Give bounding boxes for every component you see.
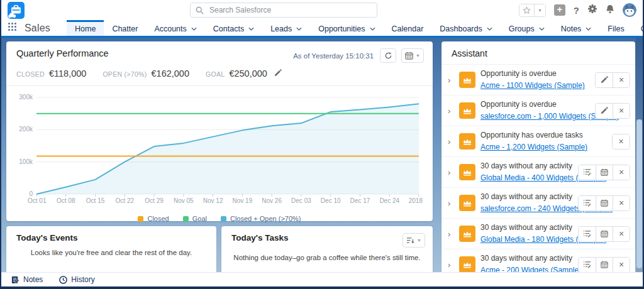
events-card-title: Today's Events xyxy=(16,233,78,243)
tab-accounts[interactable]: Accounts xyxy=(146,20,204,36)
setup-gear-icon[interactable] xyxy=(587,4,597,16)
dismiss-button[interactable]: × xyxy=(613,258,630,272)
notes-icon xyxy=(11,276,19,284)
edit-pencil-icon xyxy=(601,107,608,114)
dismiss-x-icon: × xyxy=(619,260,624,269)
new-task-button[interactable] xyxy=(579,165,596,180)
favorite-star-icon[interactable] xyxy=(519,4,534,16)
favorites-dropdown[interactable]: ▼ xyxy=(534,4,545,16)
assistant-item-actions: × xyxy=(578,165,630,180)
new-event-button[interactable] xyxy=(596,258,613,272)
tab-label: Files xyxy=(608,25,624,33)
legend-item: Goal xyxy=(183,215,207,222)
dismiss-button[interactable]: × xyxy=(613,196,630,210)
dismiss-button[interactable]: × xyxy=(613,73,630,87)
dismiss-button[interactable]: × xyxy=(613,227,630,241)
tab-calendar[interactable]: Calendar xyxy=(384,20,432,36)
opportunity-icon xyxy=(459,72,475,88)
dismiss-x-icon: × xyxy=(619,75,624,84)
tab-chatter[interactable]: Chatter xyxy=(104,20,146,36)
new-event-icon xyxy=(601,168,608,176)
new-event-button[interactable] xyxy=(596,165,613,180)
y-axis-tick-label: 200k xyxy=(19,126,33,133)
assistant-item-record-link[interactable]: Acme - 1100 Widgets (Sample) xyxy=(480,81,585,90)
x-axis-tick-label: Oct 22 xyxy=(116,197,135,204)
expand-chevron-icon[interactable]: › xyxy=(448,168,454,177)
kpi-open-70-: OPEN (>70%)€162,000 xyxy=(103,68,189,79)
dismiss-button[interactable]: × xyxy=(613,104,630,118)
legend-swatch xyxy=(138,216,143,222)
tasks-sort-dropdown-button[interactable]: ▼ xyxy=(402,233,425,248)
assistant-item-actions: × xyxy=(578,195,630,211)
assistant-list: ›Opportunity is overdueAcme - 1100 Widge… xyxy=(441,64,635,276)
tab-contacts[interactable]: Contacts xyxy=(205,20,262,36)
help-button[interactable]: ? xyxy=(574,5,579,16)
expand-chevron-icon[interactable]: › xyxy=(448,199,454,208)
tab-files[interactable]: Files xyxy=(599,20,632,36)
opportunity-icon xyxy=(459,133,475,150)
dismiss-x-icon: × xyxy=(618,137,623,146)
edit-button[interactable] xyxy=(596,104,613,118)
page-scrollbar-thumb[interactable] xyxy=(636,119,642,268)
new-event-button[interactable] xyxy=(596,227,613,241)
tab-groups[interactable]: Groups xyxy=(501,20,553,36)
opportunity-icon xyxy=(459,164,475,180)
tab-label: Chatter xyxy=(112,25,138,33)
kpi-label: GOAL xyxy=(206,70,225,78)
refresh-button[interactable] xyxy=(380,48,396,63)
window-bottom-edge xyxy=(0,286,644,289)
salesforce-app-logo[interactable] xyxy=(8,2,25,19)
dismiss-button[interactable]: × xyxy=(613,134,630,149)
tab-notes[interactable]: Notes xyxy=(553,20,600,36)
expand-chevron-icon[interactable]: › xyxy=(448,137,454,146)
search-input[interactable] xyxy=(190,3,377,18)
tab-leads[interactable]: Leads xyxy=(262,20,310,36)
notifications-bell-icon[interactable] xyxy=(606,4,614,16)
tab-quotes[interactable]: Quotes xyxy=(633,20,644,36)
x-axis-tick-label: Dec 03 xyxy=(291,197,311,204)
opportunity-icon xyxy=(459,195,475,211)
x-axis-tick-label: Nov 05 xyxy=(174,197,194,204)
tab-home[interactable]: Home xyxy=(67,20,104,36)
quarterly-performance-card: Quarterly Performance As of Yesterday 15… xyxy=(6,41,433,221)
expand-chevron-icon[interactable]: › xyxy=(448,106,454,116)
dismiss-x-icon: × xyxy=(619,229,624,238)
assistant-item-record-link[interactable]: Acme - 1,200 Widgets (Sample) xyxy=(480,143,587,151)
new-task-button[interactable] xyxy=(579,196,596,210)
new-task-icon xyxy=(583,230,591,237)
global-add-button[interactable]: + xyxy=(554,4,565,16)
new-event-button[interactable] xyxy=(596,196,613,210)
x-axis-tick-label: Dec 17 xyxy=(350,197,370,204)
tab-label: Accounts xyxy=(154,25,186,33)
notes-utility-button[interactable]: Notes xyxy=(11,275,43,284)
y-axis-tick-label: 0 xyxy=(29,190,33,197)
chevron-down-icon xyxy=(539,27,545,31)
history-utility-button[interactable]: History xyxy=(59,275,94,284)
page-scrollbar-track[interactable] xyxy=(636,38,643,272)
x-axis-tick-label: Nov 12 xyxy=(203,197,223,204)
kpi-value: €162,000 xyxy=(152,68,189,79)
edit-goal-button[interactable] xyxy=(274,68,282,79)
assistant-item-title: 30 days without any activity xyxy=(480,192,573,201)
app-launcher-icon[interactable] xyxy=(8,22,17,34)
x-axis-tick-label: Dec 24 xyxy=(379,197,399,204)
kpi-value: €118,000 xyxy=(49,68,86,79)
tasks-empty-message: Nothing due today–go grab a coffee while… xyxy=(221,254,433,261)
new-task-button[interactable] xyxy=(579,258,596,272)
performance-period-dropdown-button[interactable]: ▼ xyxy=(401,48,424,63)
new-task-button[interactable] xyxy=(579,227,596,241)
opportunity-crown-icon xyxy=(462,230,472,238)
expand-chevron-icon[interactable]: › xyxy=(448,75,454,85)
x-axis-tick-label: Nov 19 xyxy=(233,197,253,204)
edit-button[interactable] xyxy=(596,73,613,87)
x-axis-tick-label: 2018 xyxy=(409,197,423,204)
tab-opportunities[interactable]: Opportunities xyxy=(310,20,383,36)
user-avatar[interactable] xyxy=(623,3,636,17)
expand-chevron-icon[interactable]: › xyxy=(448,260,454,270)
tab-dashboards[interactable]: Dashboards xyxy=(431,20,500,36)
kpi-label: OPEN (>70%) xyxy=(103,70,147,78)
favorites-button-group[interactable]: ▼ xyxy=(519,4,546,17)
dismiss-button[interactable]: × xyxy=(613,165,630,180)
assistant-item-actions: × xyxy=(595,103,630,119)
expand-chevron-icon[interactable]: › xyxy=(448,229,454,239)
